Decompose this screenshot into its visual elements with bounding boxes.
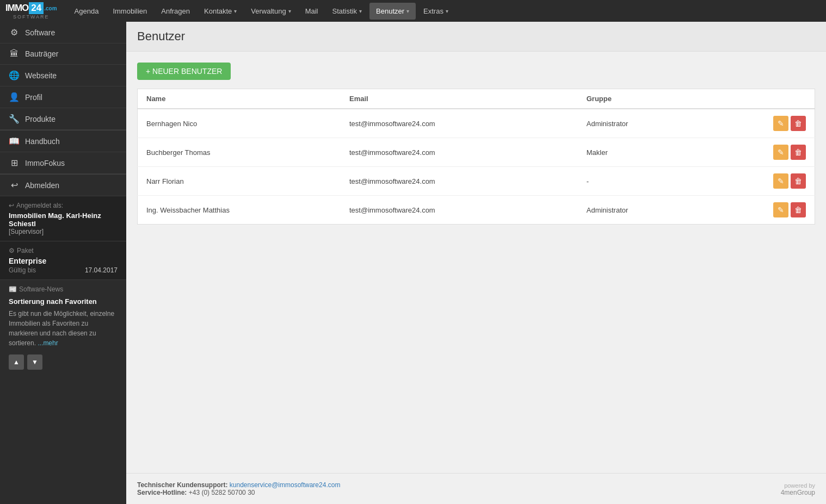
main-content: Benutzer + NEUER BENUTZER Name Email Gru… [126, 22, 826, 504]
cell-gruppe: Administrator [578, 109, 747, 138]
powered-by: powered by [781, 482, 815, 489]
sidebar-item-label: Produkte [25, 115, 56, 123]
news-box: 📰 Software-News Sortierung nach Favorite… [0, 279, 126, 504]
delete-button[interactable]: 🗑 [791, 145, 806, 160]
edit-button[interactable]: ✎ [773, 173, 788, 189]
user-table: Name Email Gruppe Bernhagen Nico test@im… [137, 89, 815, 225]
paket-label: ⚙ Paket [9, 247, 118, 254]
cell-actions: ✎ 🗑 [747, 167, 815, 196]
nav-kontakte[interactable]: Kontakte ▾ [198, 3, 243, 20]
logo[interactable]: IMMO 24 .com SOFTWARE [5, 2, 57, 20]
nav-items: Agenda Immobilien Anfragen Kontakte ▾ Ve… [68, 3, 821, 20]
sidebar-item-label: Bauträger [25, 49, 58, 58]
nav-verwaltung[interactable]: Verwaltung ▾ [244, 3, 297, 20]
logged-in-box: ↩ Angemeldet als: Immobilien Mag. Karl-H… [0, 196, 126, 241]
cell-name: Bernhagen Nico [138, 109, 341, 138]
delete-button[interactable]: 🗑 [791, 116, 806, 131]
news-next-button[interactable]: ▼ [27, 354, 42, 370]
delete-button[interactable]: 🗑 [791, 173, 806, 189]
edit-button[interactable]: ✎ [773, 116, 788, 131]
handbuch-icon: 📖 [9, 136, 20, 146]
bautraeger-icon: 🏛 [9, 49, 20, 59]
cell-name: Narr Florian [138, 167, 341, 196]
nav-extras[interactable]: Extras ▾ [417, 3, 455, 20]
logo-software: SOFTWARE [13, 14, 50, 20]
edit-button[interactable]: ✎ [773, 202, 788, 217]
cell-actions: ✎ 🗑 [747, 196, 815, 225]
paket-date: 17.04.2017 [85, 266, 118, 274]
nav-benutzer[interactable]: Benutzer ▾ [369, 3, 416, 20]
sidebar-item-label: Webseite [25, 71, 57, 80]
logo-com: .com [44, 5, 57, 11]
sidebar-item-webseite[interactable]: 🌐 Webseite [0, 65, 126, 86]
sidebar-item-produkte[interactable]: 🔧 Produkte [0, 108, 126, 130]
sidebar-item-label: Handbuch [25, 137, 60, 146]
logged-in-role: [Supervisor] [9, 228, 118, 235]
company-name: 4menGroup [781, 489, 815, 496]
profil-icon: 👤 [9, 92, 20, 102]
news-text: Es gibt nun die Möglichkeit, einzelne Im… [9, 309, 118, 348]
nav-agenda[interactable]: Agenda [68, 3, 106, 20]
page-body: + NEUER BENUTZER Name Email Gruppe Bernh… [126, 52, 826, 473]
sidebar-item-label: Abmelden [25, 181, 59, 190]
nav-immobilien[interactable]: Immobilien [106, 3, 153, 20]
news-more-link[interactable]: ...mehr [38, 339, 58, 347]
logo-24: 24 [29, 2, 44, 14]
paket-icon: ⚙ [9, 247, 15, 254]
top-navigation: IMMO 24 .com SOFTWARE Agenda Immobilien … [0, 0, 826, 22]
table-row: Buchberger Thomas test@immosoftware24.co… [138, 138, 815, 167]
cell-gruppe: Administrator [578, 196, 747, 225]
sidebar-item-immofokus[interactable]: ⊞ ImmoFokus [0, 152, 126, 174]
nav-mail[interactable]: Mail [299, 3, 325, 20]
edit-button[interactable]: ✎ [773, 145, 788, 160]
news-navigation: ▲ ▼ [9, 354, 118, 370]
footer-left: Technischer Kundensupport: kundenservice… [137, 481, 340, 496]
sidebar-item-label: ImmoFokus [25, 159, 65, 167]
sidebar-item-label: Software [25, 28, 55, 37]
cell-email: test@immosoftware24.com [341, 167, 578, 196]
col-header-name: Name [138, 89, 341, 109]
paket-valid-label: Gültig bis [9, 266, 36, 274]
cell-gruppe: - [578, 167, 747, 196]
table-row: Bernhagen Nico test@immosoftware24.com A… [138, 109, 815, 138]
news-title: Sortierung nach Favoriten [9, 297, 118, 306]
footer: Technischer Kundensupport: kundenservice… [126, 473, 826, 504]
page-header: Benutzer [126, 22, 826, 52]
delete-button[interactable]: 🗑 [791, 202, 806, 217]
nav-anfragen[interactable]: Anfragen [155, 3, 196, 20]
hotline-label: Service-Hotline: [137, 489, 187, 496]
sidebar-item-abmelden[interactable]: ↩ Abmelden [0, 175, 126, 196]
software-icon: ⚙ [9, 27, 20, 38]
page-title: Benutzer [137, 29, 815, 43]
nav-statistik[interactable]: Statistik ▾ [326, 3, 369, 20]
support-email[interactable]: kundenservice@immosoftware24.com [230, 481, 341, 489]
news-prev-button[interactable]: ▲ [9, 354, 24, 370]
cell-name: Ing. Weissbacher Matthias [138, 196, 341, 225]
hotline-line: Service-Hotline: +43 (0) 5282 50700 30 [137, 489, 340, 496]
sidebar-item-label: Profil [25, 93, 42, 102]
col-header-actions [747, 89, 815, 109]
sidebar-item-bautraeger[interactable]: 🏛 Bauträger [0, 43, 126, 65]
sidebar-item-software[interactable]: ⚙ Software [0, 22, 126, 43]
abmelden-icon: ↩ [9, 180, 20, 190]
table-row: Ing. Weissbacher Matthias test@immosoftw… [138, 196, 815, 225]
sidebar-item-handbuch[interactable]: 📖 Handbuch [0, 130, 126, 152]
paket-info: Gültig bis 17.04.2017 [9, 266, 118, 274]
paket-box: ⚙ Paket Enterprise Gültig bis 17.04.2017 [0, 241, 126, 279]
col-header-email: Email [341, 89, 578, 109]
cell-email: test@immosoftware24.com [341, 138, 578, 167]
paket-name: Enterprise [9, 257, 118, 265]
support-line: Technischer Kundensupport: kundenservice… [137, 481, 340, 489]
produkte-icon: 🔧 [9, 114, 20, 124]
col-header-gruppe: Gruppe [578, 89, 747, 109]
table-row: Narr Florian test@immosoftware24.com - ✎… [138, 167, 815, 196]
cell-actions: ✎ 🗑 [747, 109, 815, 138]
sidebar-item-profil[interactable]: 👤 Profil [0, 86, 126, 108]
hotline-number: +43 (0) 5282 50700 30 [189, 489, 255, 496]
support-label: Technischer Kundensupport: [137, 481, 227, 489]
cell-email: test@immosoftware24.com [341, 196, 578, 225]
new-user-button[interactable]: + NEUER BENUTZER [137, 63, 231, 80]
footer-right: powered by 4menGroup [781, 482, 815, 496]
logged-in-name: Immobilien Mag. Karl-Heinz Schiestl [9, 211, 118, 228]
login-icon: ↩ [9, 202, 14, 209]
